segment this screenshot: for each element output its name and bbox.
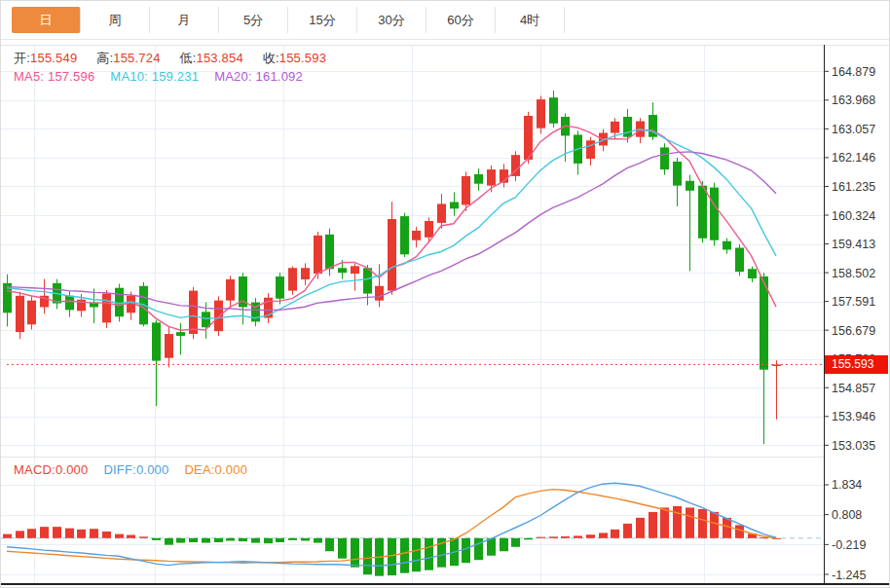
- tab-timeframe-5[interactable]: 30分: [357, 7, 426, 33]
- svg-text:154.857: 154.857: [832, 382, 875, 395]
- macd-legend: MACD:0.000DIFF:0.000DEA:0.000: [14, 462, 263, 477]
- svg-text:157.591: 157.591: [832, 295, 875, 309]
- close-label: 收:: [263, 51, 279, 65]
- open-label: 开:: [14, 51, 30, 65]
- svg-text:161.235: 161.235: [832, 180, 875, 194]
- svg-text:163.968: 163.968: [832, 93, 875, 107]
- svg-text:1.834: 1.834: [832, 478, 862, 492]
- ma-legend-item-1: MA10: 159.231: [110, 69, 199, 84]
- svg-text:160.324: 160.324: [832, 209, 875, 223]
- low-value: 153.854: [196, 51, 242, 65]
- low-label: 低:: [179, 51, 196, 65]
- close-value: 155.593: [279, 51, 326, 65]
- svg-text:162.146: 162.146: [832, 151, 875, 165]
- svg-text:153.946: 153.946: [832, 410, 875, 423]
- macd-axis-labels: 1.8340.808-0.219-1.245: [824, 478, 866, 581]
- panel-borders: [1, 46, 889, 458]
- ma-legend: MA5: 157.596MA10: 159.231MA20: 161.092: [14, 69, 318, 84]
- ma-legend-item-0: MA5: 157.596: [14, 69, 94, 84]
- svg-text:-1.245: -1.245: [832, 569, 866, 582]
- tab-timeframe-0[interactable]: 日: [12, 7, 81, 33]
- trading-chart-window: 日周月5分15分30分60分4时 164.879163.968163.05716…: [0, 0, 890, 588]
- tab-timeframe-3[interactable]: 5分: [219, 7, 288, 33]
- chart-canvas[interactable]: 164.879163.968163.057162.146161.235160.3…: [1, 1, 890, 588]
- vertical-gridlines: [35, 45, 705, 584]
- svg-text:153.035: 153.035: [832, 439, 875, 453]
- svg-text:163.057: 163.057: [832, 123, 875, 136]
- ma-legend-item-2: MA20: 161.092: [214, 69, 303, 84]
- high-label: 高:: [96, 51, 113, 65]
- svg-text:0.808: 0.808: [832, 508, 862, 522]
- svg-text:164.879: 164.879: [832, 65, 875, 79]
- svg-text:156.679: 156.679: [832, 324, 875, 338]
- ohlc-legend: 开:155.549 高:155.724 低:153.854 收:155.593: [14, 50, 342, 67]
- macd-legend-item-2: DEA:0.000: [184, 462, 247, 477]
- tab-timeframe-1[interactable]: 周: [81, 7, 150, 33]
- timeframe-tabbar: 日周月5分15分30分60分4时: [1, 1, 889, 40]
- price-axis-labels: 164.879163.968163.057162.146161.235160.3…: [824, 65, 875, 453]
- tab-timeframe-2[interactable]: 月: [150, 7, 219, 33]
- high-value: 155.724: [113, 51, 160, 65]
- tab-timeframe-7[interactable]: 4时: [496, 7, 565, 33]
- open-value: 155.549: [30, 51, 77, 65]
- current-price-tag: 155.593: [825, 355, 888, 374]
- svg-text:159.413: 159.413: [832, 238, 875, 251]
- tab-timeframe-6[interactable]: 60分: [426, 7, 496, 33]
- svg-text:-0.219: -0.219: [832, 538, 866, 552]
- tab-timeframe-4[interactable]: 15分: [288, 7, 357, 33]
- axis-frame: [1, 45, 889, 584]
- macd-legend-item-1: DIFF:0.000: [103, 462, 168, 477]
- macd-legend-item-0: MACD:0.000: [14, 462, 88, 477]
- svg-text:158.502: 158.502: [832, 267, 875, 280]
